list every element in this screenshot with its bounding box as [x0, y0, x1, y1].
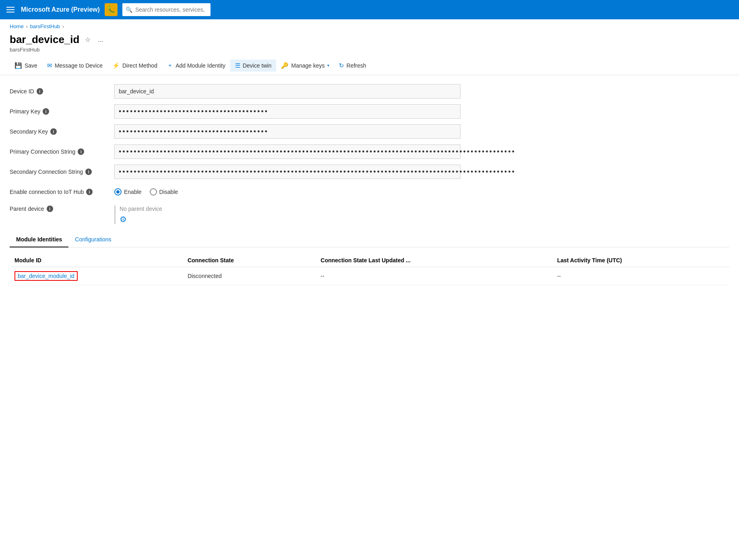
pin-icon[interactable]: ☆	[83, 34, 92, 45]
direct-method-icon: ⚡	[112, 62, 120, 69]
enable-radio[interactable]: Enable	[114, 188, 142, 196]
primary-conn-label: Primary Connection String i	[10, 148, 114, 155]
manage-keys-button[interactable]: 🔑 Manage keys ▾	[276, 60, 334, 72]
refresh-icon: ↻	[339, 62, 344, 69]
search-input[interactable]	[122, 3, 211, 16]
manage-keys-dropdown-arrow: ▾	[327, 63, 329, 68]
secondary-key-info-icon[interactable]: i	[50, 128, 57, 135]
primary-conn-row: Primary Connection String i ••••••••••••…	[10, 144, 729, 160]
secondary-key-value: ••••••••••••••••••••••••••••••••••••••••	[114, 124, 460, 139]
device-id-label: Device ID i	[10, 88, 114, 95]
primary-key-info-icon[interactable]: i	[43, 108, 49, 115]
breadcrumb-sep-2: ›	[62, 24, 64, 29]
module-id-link[interactable]: bar_device_module_id	[14, 271, 78, 281]
iot-connection-row: Enable connection to IoT Hub i Enable Di…	[10, 184, 729, 200]
disable-radio-circle	[150, 188, 157, 196]
toolbar: 💾 Save ✉ Message to Device ⚡ Direct Meth…	[0, 56, 739, 75]
disable-radio[interactable]: Disable	[150, 188, 178, 196]
col-module-id: Module ID	[10, 254, 183, 267]
bug-icon[interactable]: 🐛	[105, 3, 118, 16]
parent-device-box: No parent device ⚙	[114, 206, 162, 224]
ellipsis-menu[interactable]: ...	[96, 35, 105, 45]
device-id-info-icon[interactable]: i	[37, 88, 43, 95]
primary-key-label: Primary Key i	[10, 108, 114, 115]
primary-conn-value: ••••••••••••••••••••••••••••••••••••••••…	[114, 144, 460, 159]
save-button[interactable]: 💾 Save	[10, 60, 42, 72]
primary-key-row: Primary Key i ••••••••••••••••••••••••••…	[10, 103, 729, 119]
device-twin-button[interactable]: ☰ Device twin	[230, 60, 277, 72]
cell-connection-state-updated: --	[316, 267, 553, 285]
secondary-conn-label: Secondary Connection String i	[10, 169, 114, 175]
table-body: bar_device_module_id Disconnected -- --	[10, 267, 729, 285]
iot-connection-label: Enable connection to IoT Hub i	[10, 189, 114, 195]
search-icon: 🔍	[126, 6, 132, 13]
content-area: Device ID i bar_device_id Primary Key i …	[0, 75, 739, 293]
refresh-button[interactable]: ↻ Refresh	[334, 60, 371, 72]
breadcrumb-hub[interactable]: barsFirstHub	[30, 23, 60, 29]
table-header: Module ID Connection State Connection St…	[10, 254, 729, 267]
tab-module-identities[interactable]: Module Identities	[10, 232, 68, 247]
module-identities-table: Module ID Connection State Connection St…	[10, 254, 729, 285]
secondary-conn-row: Secondary Connection String i ••••••••••…	[10, 164, 729, 180]
app-title: Microsoft Azure (Preview)	[21, 6, 100, 13]
col-last-activity-time: Last Activity Time (UTC)	[552, 254, 729, 267]
no-parent-device-text: No parent device	[120, 206, 162, 212]
topbar: Microsoft Azure (Preview) 🐛 🔍	[0, 0, 739, 19]
cell-module-id: bar_device_module_id	[10, 267, 183, 285]
primary-conn-info-icon[interactable]: i	[78, 148, 84, 155]
primary-key-value: ••••••••••••••••••••••••••••••••••••••••	[114, 104, 460, 119]
add-module-identity-button[interactable]: ＋ Add Module Identity	[162, 59, 230, 72]
device-id-row: Device ID i bar_device_id	[10, 83, 729, 99]
parent-device-row: Parent device i No parent device ⚙	[10, 204, 729, 224]
enable-radio-circle	[114, 188, 122, 196]
parent-device-info-icon[interactable]: i	[47, 206, 53, 212]
secondary-conn-value: ••••••••••••••••••••••••••••••••••••••••…	[114, 165, 460, 179]
iot-connection-radio-group: Enable Disable	[114, 188, 178, 196]
secondary-key-row: Secondary Key i ••••••••••••••••••••••••…	[10, 124, 729, 140]
page-header: bar_device_id ☆ ... barsFirstHub	[0, 32, 739, 56]
secondary-conn-info-icon[interactable]: i	[85, 169, 92, 175]
direct-method-button[interactable]: ⚡ Direct Method	[107, 60, 162, 72]
breadcrumb-home[interactable]: Home	[10, 23, 24, 29]
parent-device-label: Parent device i	[10, 206, 114, 212]
col-connection-state: Connection State	[183, 254, 316, 267]
message-icon: ✉	[47, 62, 52, 69]
iot-connection-info-icon[interactable]: i	[86, 189, 93, 195]
parent-device-gear-icon[interactable]: ⚙	[120, 214, 162, 224]
add-icon: ＋	[167, 62, 173, 69]
secondary-key-label: Secondary Key i	[10, 128, 114, 135]
hamburger-menu[interactable]	[5, 5, 16, 14]
cell-connection-state: Disconnected	[183, 267, 316, 285]
section-tabs: Module Identities Configurations	[10, 232, 729, 247]
page-title: bar_device_id	[10, 33, 79, 46]
device-twin-icon: ☰	[235, 62, 240, 69]
search-wrapper: 🔍	[122, 3, 364, 16]
col-connection-state-last-updated: Connection State Last Updated ...	[316, 254, 553, 267]
breadcrumb: Home › barsFirstHub ›	[0, 19, 739, 32]
cell-last-activity-time: --	[552, 267, 729, 285]
page-subtitle: barsFirstHub	[10, 47, 729, 53]
breadcrumb-sep-1: ›	[26, 24, 28, 29]
manage-keys-group: 🔑 Manage keys ▾	[276, 60, 334, 72]
message-to-device-button[interactable]: ✉ Message to Device	[42, 60, 107, 72]
device-id-value: bar_device_id	[114, 84, 460, 99]
tab-configurations[interactable]: Configurations	[68, 232, 118, 247]
save-icon: 💾	[14, 62, 22, 69]
table-row: bar_device_module_id Disconnected -- --	[10, 267, 729, 285]
key-icon: 🔑	[281, 62, 289, 69]
